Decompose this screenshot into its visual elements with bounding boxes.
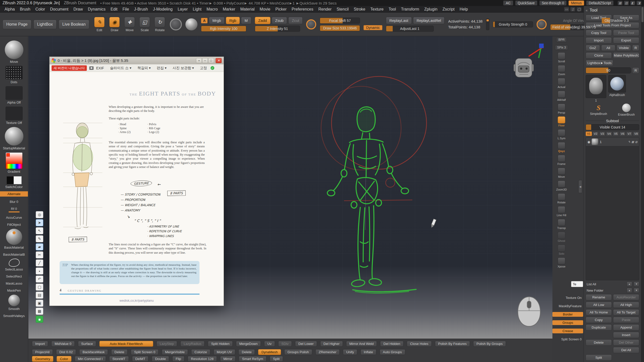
mirror-button[interactable]: Mirror — [220, 356, 235, 362]
color-swatch-chip[interactable]: A — [201, 18, 208, 23]
see-through-slider[interactable]: See-through 0 — [539, 1, 567, 6]
del-hidden-button[interactable]: Del Hidden — [380, 341, 404, 347]
menu-item[interactable]: J-Brush — [132, 7, 150, 12]
floor-button[interactable]: Floor — [555, 116, 568, 127]
menu-item[interactable]: Edit — [108, 7, 120, 12]
collapse-arrows[interactable]: « — [586, 8, 588, 12]
switch-color[interactable]: SwitchColor — [0, 176, 28, 189]
tray-divider-handle[interactable]: ◀ — [578, 180, 582, 193]
menu-item[interactable]: Zplugin — [422, 7, 440, 12]
select-cursor-icon[interactable]: ➤ — [36, 219, 43, 226]
bookmark-menu[interactable]: 책갈피 ▾ — [136, 65, 152, 71]
projection-circle-icon[interactable]: ◯ — [577, 7, 582, 12]
smooth-brush[interactable]: Smooth — [0, 295, 28, 311]
lazyradius-slider[interactable]: LazyRadius — [180, 341, 205, 347]
bpr-button[interactable]: BPR — [555, 37, 568, 42]
surface-button[interactable]: Surface — [78, 341, 96, 347]
menu-item[interactable]: Texture — [368, 7, 386, 12]
menu-item[interactable]: Draw — [71, 7, 85, 12]
xpose-button[interactable]: Xpose — [555, 257, 568, 268]
scale-mode-button[interactable]: ◱ Scale — [138, 17, 151, 32]
zsub-button[interactable]: Zsub — [272, 17, 287, 24]
menu-item[interactable]: Zscript — [440, 7, 457, 12]
colorize-button[interactable]: Colorize — [191, 349, 210, 355]
auto-mask-fibermesh-button[interactable]: Auto Mask FiberMesh — [99, 341, 153, 347]
insert-button[interactable]: Insert — [613, 332, 639, 338]
highlighter-tool-icon[interactable]: ▰ — [36, 243, 43, 250]
eye-icon[interactable]: ◉ — [587, 140, 590, 144]
backface-mask-button[interactable]: BackfaceMask — [79, 349, 108, 355]
cut-tool-icon[interactable]: ✂ — [36, 251, 43, 258]
export-button[interactable]: Export — [613, 37, 639, 43]
subtool-row[interactable]: ◉ 1 ✎▦◍ — [586, 138, 639, 146]
menu-item[interactable]: Render — [316, 7, 334, 12]
menu-item[interactable]: Help — [457, 7, 470, 12]
zremesher-button[interactable]: ZRemesher — [315, 349, 340, 355]
polish-by-features-slider[interactable]: Polish By Features — [435, 341, 470, 347]
split-screen-slider[interactable]: Split Screen 0 — [560, 337, 583, 342]
uv-toggle-icon[interactable]: ◍ — [635, 140, 637, 144]
split-button[interactable]: Split — [586, 354, 612, 361]
material-slot[interactable]: StartupMaterial — [0, 127, 28, 150]
green-swatch-icon[interactable]: ■ — [36, 316, 43, 323]
smart-resym-button[interactable]: Smart ReSym — [239, 356, 266, 362]
paste-subtool-button[interactable]: Paste — [613, 317, 639, 323]
unify-button[interactable]: Unify — [343, 349, 357, 355]
mask-pen-brush[interactable]: MaskPen — [0, 288, 28, 292]
lightbox-tools-button[interactable]: Lightbox►Tools — [586, 60, 613, 66]
exif-button[interactable]: EXIF — [96, 66, 104, 70]
menu-item[interactable]: Macro — [204, 7, 220, 12]
visible-count-slider[interactable]: Visible Count 14 — [586, 124, 639, 130]
replay-last-button[interactable]: ReplayLast — [386, 17, 412, 24]
min-connected-slider[interactable]: Min Connected I — [75, 356, 106, 362]
cam-view-widget[interactable] — [514, 58, 534, 77]
pin-menu[interactable]: 고정 — [199, 65, 208, 71]
quicksave-button[interactable]: QuickSave — [515, 1, 537, 6]
right-tray-icon[interactable]: ◨ — [636, 1, 641, 5]
fill-object-button[interactable]: FillObject — [0, 222, 28, 227]
lazystep-slider[interactable]: LazyStep — [156, 341, 177, 347]
all-low-button[interactable]: All Low — [586, 302, 612, 308]
subtool-section-header[interactable]: Subtool — [586, 119, 639, 123]
ui-rows-icon[interactable]: ▤ — [624, 1, 629, 5]
folder-down-button[interactable]: ▼ — [634, 288, 639, 293]
rgb-button[interactable]: Rgb — [226, 17, 240, 24]
edit-mode-button[interactable]: ✎ Edit — [93, 17, 106, 32]
adjust-last-slider[interactable]: AdjustLast 1 — [386, 26, 434, 32]
menu-item[interactable]: Dynamics — [85, 7, 108, 12]
dist-slider[interactable]: Dist 0.02 — [56, 349, 76, 355]
zcut-button[interactable]: Zcut — [288, 17, 303, 24]
edit-menu[interactable]: 편집 ▾ — [156, 65, 168, 71]
mirror-and-weld-button[interactable]: Mirror And Weld — [346, 341, 377, 347]
pencil-tool-icon[interactable]: ✎ — [36, 235, 43, 242]
rotate-mode-button[interactable]: ↻ Rotate — [153, 17, 166, 32]
live-boolean-button[interactable]: Live Boolean — [59, 20, 90, 29]
rotate-3d-button[interactable]: Rotate — [555, 193, 568, 204]
default-zscript-button[interactable]: DefaultZScript — [586, 1, 614, 6]
tool-count-slider[interactable]: 50 — [586, 67, 631, 73]
color-picker[interactable]: Gradient — [0, 152, 28, 173]
polypaint-toggle-icon[interactable]: ▦ — [631, 140, 634, 144]
menu-item[interactable]: Preferences — [289, 7, 316, 12]
m-button[interactable]: M — [241, 17, 251, 24]
image-viewer-window[interactable]: 0 - 비율, 리듬 > 1 (9).jpg [1/20] - 꿀뷰 5.35 … — [49, 57, 224, 306]
alpha-preview-icon[interactable] — [185, 18, 197, 30]
copy-tool-button[interactable]: Copy Tool — [586, 30, 612, 36]
del-all-button[interactable]: Del All — [613, 347, 639, 353]
move-down-button[interactable]: ▼ — [634, 282, 639, 287]
make-polymesh3d-button[interactable]: Make PolyMesh3D — [613, 52, 639, 59]
menu-item[interactable]: Movie — [257, 7, 273, 12]
menu-item[interactable]: Picker — [273, 7, 289, 12]
move-mode-button[interactable]: ✚ Move — [123, 17, 136, 32]
gravity-strength-slider[interactable]: Gravity Strength 0 — [493, 21, 533, 27]
layout-bar-icon[interactable]: ▭ — [564, 7, 569, 12]
frame-button[interactable]: Frame — [555, 155, 568, 165]
left-tray-icon[interactable]: ◧ — [630, 1, 635, 5]
dynamesh-button[interactable]: DynaMesh — [258, 349, 281, 355]
line-fill-button[interactable]: Line Fill — [555, 206, 568, 217]
menu-item[interactable]: Stroke — [351, 7, 368, 12]
replay-last-rel-button[interactable]: ReplayLastRel — [413, 17, 445, 24]
clone-button[interactable]: Clone — [586, 52, 612, 59]
store-mt-button[interactable]: StoreMT — [109, 356, 129, 362]
subtool-tab-v4[interactable]: V4 — [606, 131, 612, 136]
